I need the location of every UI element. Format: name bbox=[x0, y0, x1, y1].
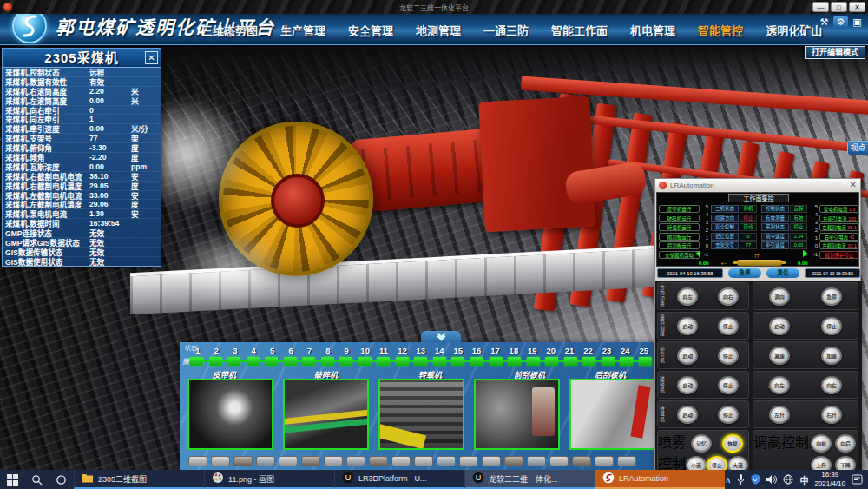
close-icon[interactable]: ✕ bbox=[145, 51, 158, 64]
console-button[interactable]: 前刮板运行 bbox=[659, 233, 700, 241]
camera-feed-转载机[interactable] bbox=[378, 379, 464, 450]
network-globe-icon[interactable] bbox=[783, 474, 793, 485]
round-button-向前[interactable]: 向前 bbox=[811, 434, 832, 453]
mini-thumbnail[interactable] bbox=[459, 456, 478, 466]
nav-item-一通三防[interactable]: 一通三防 bbox=[483, 22, 529, 38]
chevron-up-icon[interactable]: ∧ bbox=[725, 475, 731, 485]
round-button-停止[interactable]: 停止 bbox=[718, 347, 739, 365]
round-button-停止[interactable]: 停止 bbox=[718, 317, 739, 335]
nav-item-透明化矿山[interactable]: 透明化矿山 bbox=[766, 22, 822, 38]
console-button[interactable]: 右截割电流 36.1 bbox=[819, 223, 859, 231]
mini-thumbnail[interactable] bbox=[437, 456, 456, 466]
round-button-启动[interactable]: 启动 bbox=[677, 317, 698, 335]
mini-thumbnail[interactable] bbox=[301, 456, 320, 466]
nav-item-智能管控[interactable]: 智能管控 bbox=[698, 22, 743, 38]
search-icon[interactable] bbox=[24, 470, 49, 489]
camera-feed-后刮板机[interactable] bbox=[569, 379, 655, 450]
taskbar-task[interactable]: ULR3DPlatform - U... bbox=[334, 470, 464, 489]
console-button[interactable]: 转载机运行 bbox=[659, 223, 700, 231]
nav-item-智能工作面[interactable]: 智能工作面 bbox=[551, 22, 608, 38]
mini-thumbnail[interactable] bbox=[549, 456, 569, 466]
clock[interactable]: 16:39 2021/4/10 bbox=[814, 471, 845, 488]
mini-thumbnail[interactable] bbox=[324, 456, 343, 466]
camera-feed-破碎机[interactable] bbox=[283, 379, 369, 450]
console-button[interactable]: 左截割电流 33.1 bbox=[819, 241, 859, 249]
nav-item-生产管理[interactable]: 生产管理 bbox=[280, 22, 326, 38]
task-view-icon[interactable] bbox=[49, 470, 74, 489]
taskbar-task[interactable]: 11.png - 画图 bbox=[204, 470, 334, 489]
nav-item-三维态势图[interactable]: 三维态势图 bbox=[201, 22, 258, 38]
mini-thumbnail[interactable] bbox=[595, 456, 614, 466]
gear-icon[interactable]: ⚙ bbox=[833, 16, 848, 29]
speaker-icon[interactable] bbox=[766, 474, 777, 485]
round-button-向右[interactable]: 向右 bbox=[718, 287, 739, 306]
collapse-panel-button[interactable] bbox=[421, 331, 461, 342]
microphone-icon[interactable] bbox=[737, 474, 745, 485]
notification-icon[interactable] bbox=[852, 474, 863, 485]
round-button-向后[interactable]: 向后 bbox=[835, 434, 856, 453]
round-button-加速[interactable]: 加速 bbox=[821, 347, 842, 365]
round-button-启动[interactable]: 启动 bbox=[677, 347, 698, 365]
mini-thumbnail[interactable] bbox=[527, 456, 546, 466]
console-button[interactable]: 泵电机电流 1.3 bbox=[819, 205, 859, 213]
round-button-向左[interactable]: 向左 bbox=[677, 287, 698, 306]
taskbar-task[interactable]: 2305三维截图 bbox=[74, 470, 204, 489]
console-button[interactable]: 右牵引电流 41 bbox=[819, 233, 859, 241]
status-indicator-green bbox=[190, 357, 203, 366]
round-button-减速[interactable]: 减速 bbox=[769, 347, 790, 365]
round-button-向右[interactable]: 向右 bbox=[821, 376, 842, 394]
estop-button[interactable]: 急停 bbox=[728, 268, 761, 278]
round-button-记忆[interactable]: 记忆 bbox=[691, 434, 712, 453]
console-button[interactable]: 后刮板运行 bbox=[659, 241, 700, 249]
mini-thumbnail[interactable] bbox=[504, 456, 523, 466]
nav-item-地测管理[interactable]: 地测管理 bbox=[416, 22, 461, 38]
round-button-右升[interactable]: 右升 bbox=[821, 406, 842, 424]
round-button-停止[interactable]: 停止 bbox=[718, 376, 739, 394]
round-button-调向[interactable]: 调向 bbox=[769, 287, 790, 306]
reset-button[interactable]: 复位 bbox=[766, 268, 799, 278]
shield-icon[interactable] bbox=[751, 474, 760, 485]
taskbar-task[interactable]: LRAutomation bbox=[595, 470, 725, 489]
round-button-左升[interactable]: 左升 bbox=[769, 406, 790, 424]
round-button-急停[interactable]: 急停 bbox=[821, 287, 842, 306]
close-button[interactable]: ✕ bbox=[849, 2, 865, 12]
mini-thumbnail[interactable] bbox=[346, 456, 365, 466]
open-edit-mode-button[interactable]: 打开编辑模式 bbox=[805, 46, 865, 59]
taskbar-task[interactable]: U龙软二三维一体化... bbox=[464, 470, 595, 489]
round-button-恢复[interactable]: 恢复 bbox=[722, 434, 743, 453]
mini-thumbnail[interactable] bbox=[617, 456, 636, 466]
mini-thumbnail[interactable] bbox=[233, 456, 253, 466]
mini-thumbnail[interactable] bbox=[256, 456, 275, 466]
round-button-启动[interactable]: 启动 bbox=[677, 376, 698, 394]
tools-icon[interactable]: ⚒ bbox=[817, 16, 832, 29]
mini-thumbnail[interactable] bbox=[572, 456, 591, 466]
mini-thumbnail[interactable] bbox=[211, 456, 230, 466]
mini-thumbnail[interactable] bbox=[279, 456, 298, 466]
mini-thumbnail[interactable] bbox=[391, 456, 411, 466]
console-button[interactable]: 左牵引电流 100 bbox=[819, 215, 859, 222]
round-button-启动[interactable]: 启动 bbox=[677, 406, 698, 424]
maximize-button[interactable]: □ bbox=[831, 2, 847, 12]
round-button-停止[interactable]: 停止 bbox=[821, 317, 842, 335]
start-button[interactable] bbox=[0, 470, 24, 489]
mini-thumbnail[interactable] bbox=[482, 456, 501, 466]
viewpoint-tab[interactable]: 视点 bbox=[847, 141, 868, 155]
mini-thumbnail[interactable] bbox=[414, 456, 433, 466]
nav-item-安全管理[interactable]: 安全管理 bbox=[348, 22, 393, 38]
nav-item-机电管理[interactable]: 机电管理 bbox=[630, 22, 675, 38]
camera-feed-前刮板机[interactable] bbox=[474, 379, 560, 450]
mini-thumbnail[interactable] bbox=[188, 456, 207, 466]
input-method-indicator[interactable]: 中 bbox=[799, 473, 808, 486]
camera-feed-皮带机[interactable] bbox=[187, 379, 273, 450]
console-button[interactable]: 皮带机运行 bbox=[659, 205, 700, 213]
mini-thumbnail[interactable] bbox=[369, 456, 388, 466]
close-icon[interactable]: ✕ bbox=[850, 180, 857, 189]
minimize-button[interactable]: — bbox=[812, 2, 829, 12]
restore-icon[interactable]: ▣ bbox=[850, 16, 865, 29]
console-button[interactable]: 支架跟机自动 bbox=[659, 251, 700, 259]
console-button[interactable]: 破碎机运行 bbox=[659, 215, 700, 222]
console-tab[interactable]: 工作面集控 bbox=[728, 194, 789, 202]
round-button-停止[interactable]: 停止 bbox=[718, 406, 739, 424]
round-button-启动[interactable]: 启动 bbox=[769, 317, 790, 335]
console-button[interactable]: 截割保护停止 bbox=[819, 251, 859, 259]
